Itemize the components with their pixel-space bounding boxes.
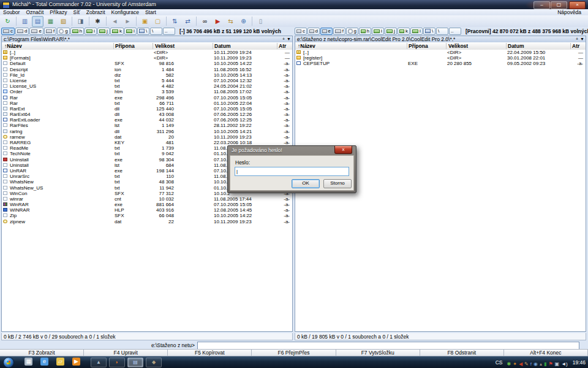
minimize-button[interactable]: – xyxy=(533,1,550,9)
quick-view-icon[interactable]: ◨ xyxy=(75,16,86,27)
tray-icon[interactable]: ◀ xyxy=(519,361,522,367)
column-ext[interactable]: Přípona xyxy=(115,42,135,50)
parent-dir-button[interactable]: .. xyxy=(163,28,175,35)
drive-button-i[interactable]: i xyxy=(372,28,384,35)
language-indicator[interactable]: CS xyxy=(496,359,503,366)
fkey-f5[interactable]: F5 Kopírovat xyxy=(167,349,252,356)
unpack-files-icon[interactable]: ▢ xyxy=(152,16,164,27)
parent-dir-button[interactable]: .. xyxy=(449,28,461,35)
file-row[interactable]: Rartxt66 71101.10.2005 22:04-a- xyxy=(2,101,292,106)
drive-button-i[interactable]: i xyxy=(85,28,97,35)
menu-item-zobrazit[interactable]: Zobrazit xyxy=(83,9,108,15)
file-row[interactable]: rarnewdat2010.11.2009 19:23-a- xyxy=(2,134,292,140)
cancel-button[interactable]: Storno xyxy=(323,179,352,188)
tray-icon[interactable]: ✦ xyxy=(513,361,517,367)
drive-button-l[interactable]: l xyxy=(410,28,423,35)
tree-view-icon[interactable]: ▧ xyxy=(58,16,69,27)
root-dir-button[interactable]: \ xyxy=(436,28,448,35)
forward-icon[interactable]: ► xyxy=(122,16,134,27)
drive-button-f[interactable]: f xyxy=(44,28,56,35)
network-browse-button[interactable]: \ xyxy=(137,28,149,35)
history-button[interactable]: ▼ xyxy=(287,37,291,41)
tray-icon[interactable]: ◄) xyxy=(561,361,568,367)
fkey-f4[interactable]: F4 Upravit xyxy=(83,349,168,356)
column-name[interactable]: ↑Název xyxy=(298,42,315,50)
menu-item-konfigurace[interactable]: Konfigurace xyxy=(108,9,142,15)
file-row[interactable]: Rarexe298 49607.10.2005 15:05-a- xyxy=(2,95,292,101)
menu-item-start[interactable]: Start xyxy=(142,9,159,15)
drive-button-h[interactable]: h xyxy=(359,28,371,35)
calculator-icon[interactable]: ▦ xyxy=(24,358,32,366)
refresh-icon[interactable]: ↻ xyxy=(2,16,13,27)
fkey-f6[interactable]: F6 PřejmPřes xyxy=(251,349,336,356)
file-row[interactable]: RarExt64dll43 00807.06.2005 12:26-a- xyxy=(2,112,292,117)
path-bar-left[interactable]: c:\Program Files\WinRAR\*.* +▼ xyxy=(2,36,292,42)
column-attr[interactable]: Atr xyxy=(572,42,579,50)
file-row[interactable]: Licensetxt5 44407.10.2004 12:32-a- xyxy=(2,78,292,83)
fkey-alt-f4[interactable]: Alt+F4 Konec xyxy=(503,349,588,356)
file-row[interactable]: [register]<DIR>30.01.2008 22:01— xyxy=(295,55,586,61)
file-row[interactable]: RarFileslst1 14928.11.2002 19:22-a- xyxy=(2,123,292,128)
file-row[interactable]: ZipSFX66 04810.10.2005 14:22-a- xyxy=(2,213,292,218)
tray-icon[interactable]: ✎ xyxy=(524,361,529,367)
file-row[interactable]: [..]<DIR>22.04.2009 15:50— xyxy=(295,50,586,55)
menu-item-označit[interactable]: Označit xyxy=(23,9,47,15)
history-button[interactable]: ▼ xyxy=(580,37,584,41)
tray-icon[interactable]: f xyxy=(530,361,532,367)
file-row[interactable]: WinRARexe881 66407.10.2005 15:05-a- xyxy=(2,202,292,207)
file-row[interactable]: RarExtLoaderexe44 03207.06.2005 12:25-a- xyxy=(2,117,292,123)
drive-button-d[interactable]: d xyxy=(15,28,29,35)
drive-button-g[interactable]: g xyxy=(346,28,358,35)
file-row[interactable]: License_UStxt4 48224.05.2004 21:02-a- xyxy=(2,83,292,89)
notepad-icon[interactable]: ▯ xyxy=(255,16,266,27)
drive-button-k[interactable]: k xyxy=(398,28,410,35)
drive-button-d[interactable]: d xyxy=(307,28,320,35)
directory-history-icon[interactable]: ✱ xyxy=(92,16,104,27)
internet-explorer-icon[interactable]: e xyxy=(40,358,48,366)
close-button[interactable]: × xyxy=(569,1,586,9)
file-row[interactable]: DefaultSFX98 81610.10.2005 14:22-a- xyxy=(2,61,292,66)
root-dir-button[interactable]: \ xyxy=(150,28,162,35)
fkey-f3[interactable]: F3 Zobrazit xyxy=(0,349,84,356)
menu-item-síť[interactable]: Síť xyxy=(70,9,83,15)
fkey-f7[interactable]: F7 VytvSložku xyxy=(336,349,420,356)
column-attr[interactable]: Atr xyxy=(279,42,286,50)
column-size[interactable]: Velikost xyxy=(448,42,468,50)
drive-button-f[interactable]: f xyxy=(333,28,345,35)
file-row[interactable]: zipnewdat2210.11.2009 19:23-a- xyxy=(2,219,292,224)
drive-button-e[interactable]: e xyxy=(320,28,333,35)
drive-button-h[interactable]: h xyxy=(70,28,84,35)
ftp-connect-icon[interactable]: ⇅ xyxy=(169,16,181,27)
back-icon[interactable]: ◄ xyxy=(109,16,121,27)
column-date[interactable]: Datum xyxy=(508,42,524,50)
menu-item-soubor[interactable]: Soubor xyxy=(0,9,23,15)
file-row[interactable]: RarExtdll125 44007.10.2005 15:05-a- xyxy=(2,106,292,112)
app-button[interactable]: ◆ xyxy=(146,358,162,367)
dialog-close-button[interactable]: x xyxy=(334,146,352,154)
drive-button-j[interactable]: j xyxy=(385,28,397,35)
file-row[interactable]: Orderhtm3 53911.08.2005 17:02-a- xyxy=(2,89,292,94)
media-player-icon[interactable]: ▶ xyxy=(72,358,80,366)
full-view-icon[interactable]: ▤ xyxy=(32,16,43,27)
ok-button[interactable]: OK xyxy=(292,179,320,188)
tray-icon[interactable]: ▮ xyxy=(544,361,546,367)
tray-icon[interactable]: ▴ xyxy=(540,361,542,367)
start-button[interactable] xyxy=(3,357,14,368)
column-ext[interactable]: Přípona xyxy=(409,42,428,50)
network-browse-button[interactable]: \ xyxy=(423,28,435,35)
drive-button-c[interactable]: c xyxy=(1,28,15,35)
column-name[interactable]: ↑Název xyxy=(4,42,22,50)
tray-icon[interactable]: ▣ xyxy=(555,361,560,367)
tray-icon[interactable]: ⚑ xyxy=(548,361,552,367)
file-row[interactable]: WINRARHLP403 91612.08.2005 14:45-a- xyxy=(2,207,292,213)
file-row[interactable]: RARREGKEY48122.03.2006 10:18-a- xyxy=(2,140,292,145)
ftp-new-connection-icon[interactable]: ⇄ xyxy=(182,16,194,27)
drive-button-k[interactable]: k xyxy=(110,28,124,35)
path-bar-right[interactable]: e:\Staženo z netu\copro-sim.rar\CoolEdit… xyxy=(295,36,586,42)
file-row[interactable]: rarlngdll311 29610.10.2005 14:21-a- xyxy=(2,129,292,134)
sync-dirs-icon[interactable]: ⇆ xyxy=(225,16,236,27)
add-tab-button[interactable]: + xyxy=(282,37,285,41)
fkey-f8[interactable]: F8 Odstranit xyxy=(420,349,504,356)
column-date[interactable]: Datum xyxy=(214,42,230,50)
file-row[interactable]: [..]<DIR>10.11.2009 19:24— xyxy=(2,50,292,55)
